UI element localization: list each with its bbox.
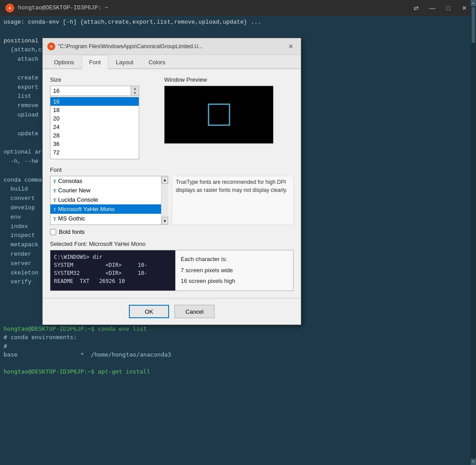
spinner-up-button[interactable]: ▲ xyxy=(131,86,139,91)
terminal-line xyxy=(4,27,472,37)
selected-font-preview-row: C:\WINDOWS> dir SYSTEM <DIR> 10- SYSTEM3… xyxy=(50,250,294,291)
font-list-item-selected[interactable]: T Microsoft YaHei Mono xyxy=(50,204,168,214)
size-list-item[interactable]: 24 xyxy=(50,123,139,131)
font-name: Lucida Console xyxy=(58,196,98,203)
tab-layout[interactable]: Layout xyxy=(108,55,141,69)
terminal-bottom-content: hongtao@DESKTOP-ID3P6JP:~$ conda env lis… xyxy=(0,324,175,376)
font-name: Courier New xyxy=(58,187,90,194)
terminal-title-bar: ● hongtao@DESKTOP-ID3P6JP: ~ ⇄ — □ ✕ xyxy=(0,0,476,16)
font-list-item[interactable]: T Courier New xyxy=(50,186,168,195)
window-preview-section: Window Preview xyxy=(164,76,294,144)
size-list: 16 18 20 24 28 36 72 xyxy=(50,97,139,159)
font-list-scrollbar: ▲ ▼ xyxy=(161,176,168,225)
truetype-icon: T xyxy=(53,188,56,193)
truetype-icon: T xyxy=(53,207,56,212)
font-list-item[interactable]: T MS Gothic xyxy=(50,214,168,223)
preview-line-1: C:\WINDOWS> dir xyxy=(54,253,172,261)
minimize-button[interactable]: — xyxy=(426,2,439,14)
font-dialog: ● "C:\Program Files\WindowsApps\Canonica… xyxy=(42,38,301,325)
terminal-line xyxy=(4,359,171,367)
tab-font[interactable]: Font xyxy=(82,55,108,69)
maximize-button[interactable]: □ xyxy=(442,2,455,14)
terminal-line: usage: conda-env [-h] {attach,create,exp… xyxy=(4,18,472,27)
size-list-item[interactable]: 72 xyxy=(50,148,139,157)
ok-button[interactable]: OK xyxy=(129,305,169,318)
swap-button[interactable]: ⇄ xyxy=(410,2,422,14)
font-scroll-down-button[interactable]: ▼ xyxy=(161,217,168,225)
size-list-item[interactable]: 36 xyxy=(50,140,139,148)
font-section: Font T Consolas T Courier New xyxy=(50,166,294,235)
dialog-ubuntu-icon: ● xyxy=(47,42,55,50)
size-input-wrapper: ▲ ▼ xyxy=(50,86,139,96)
terminal-title: hongtao@DESKTOP-ID3P6JP: ~ xyxy=(18,4,108,12)
preview-line-3: SYSTEM32 <DIR> 10- xyxy=(54,269,172,277)
preview-cursor-box xyxy=(208,104,230,126)
font-name: Consolas xyxy=(58,178,82,184)
terminal-line: base * /home/hongtao/anaconda3 xyxy=(4,350,171,359)
font-list-item[interactable]: T Consolas xyxy=(50,176,168,186)
selected-font-terminal: C:\WINDOWS> dir SYSTEM <DIR> 10- SYSTEM3… xyxy=(50,250,175,291)
scrollbar-track[interactable] xyxy=(471,6,476,459)
terminal-prompt-2: hongtao@DESKTOP-ID3P6JP:~$ apt-get insta… xyxy=(4,367,171,376)
font-name: MS Gothic xyxy=(58,215,85,222)
preview-line-2: SYSTEM <DIR> 10- xyxy=(54,261,172,269)
size-label: Size xyxy=(50,76,157,83)
dialog-body: Size ▲ ▼ 16 18 20 24 28 36 xyxy=(43,69,301,298)
char-info-label: Each character is: xyxy=(181,254,288,265)
size-input[interactable] xyxy=(50,86,131,95)
dialog-title-bar: ● "C:\Program Files\WindowsApps\Canonica… xyxy=(43,38,301,55)
truetype-icon: T xyxy=(53,179,56,184)
dialog-close-button[interactable]: ✕ xyxy=(286,41,296,52)
terminal-line: # xyxy=(4,342,171,351)
scrollbar-thumb[interactable] xyxy=(472,7,475,43)
size-section: Size ▲ ▼ 16 18 20 24 28 36 xyxy=(50,76,157,159)
terminal-line: # conda environments: xyxy=(4,333,171,342)
size-list-wrapper: 16 18 20 24 28 36 72 xyxy=(50,97,139,159)
dialog-footer: OK Cancel xyxy=(43,298,301,324)
scrollbar[interactable]: ▲ ▼ xyxy=(471,0,476,465)
char-width-info: 7 screen pixels wide xyxy=(181,265,288,276)
size-spinner: ▲ ▼ xyxy=(131,86,139,95)
title-bar-controls: ⇄ — □ ✕ xyxy=(410,2,471,14)
font-list-wrapper: T Consolas T Courier New T Lucida Consol… xyxy=(50,176,168,225)
spinner-down-button[interactable]: ▼ xyxy=(131,91,139,96)
window-preview-box xyxy=(164,86,273,144)
size-list-item[interactable]: 18 xyxy=(50,106,139,114)
font-scroll-up-button[interactable]: ▲ xyxy=(161,176,168,184)
selected-font-label: Selected Font: Microsoft YaHei Mono xyxy=(50,241,294,247)
truetype-icon: T xyxy=(53,216,56,221)
size-list-item[interactable]: 28 xyxy=(50,131,139,140)
font-list-item[interactable]: T Lucida Console xyxy=(50,195,168,204)
ubuntu-icon: ● xyxy=(5,4,14,12)
dialog-tabs: Options Font Layout Colors xyxy=(43,55,301,69)
bold-fonts-row: Bold fonts xyxy=(50,228,294,235)
scroll-down-arrow[interactable]: ▼ xyxy=(471,459,476,465)
close-button[interactable]: ✕ xyxy=(458,2,471,14)
size-list-item[interactable]: 16 xyxy=(50,97,139,106)
terminal-prompt-1: hongtao@DESKTOP-ID3P6JP:~$ conda env lis… xyxy=(4,324,171,333)
char-height-info: 16 screen pixels high xyxy=(181,276,288,287)
preview-line-4: README TXT 26926 10 xyxy=(54,277,172,285)
font-label: Font xyxy=(50,166,294,173)
selected-font-info: Each character is: 7 screen pixels wide … xyxy=(175,250,293,291)
font-list-container: T Consolas T Courier New T Lucida Consol… xyxy=(50,176,168,225)
size-list-item[interactable]: 20 xyxy=(50,114,139,123)
font-list: T Consolas T Courier New T Lucida Consol… xyxy=(50,176,168,223)
tab-colors[interactable]: Colors xyxy=(141,55,173,69)
tab-options[interactable]: Options xyxy=(46,55,82,69)
bold-fonts-label: Bold fonts xyxy=(59,228,85,235)
window-preview-label: Window Preview xyxy=(164,76,294,83)
bold-fonts-checkbox[interactable] xyxy=(50,229,56,235)
cancel-button[interactable]: Cancel xyxy=(174,305,215,318)
truetype-icon: T xyxy=(53,197,56,203)
scroll-up-arrow[interactable]: ▲ xyxy=(471,0,476,6)
dialog-title-text: "C:\Program Files\WindowsApps\CanonicalG… xyxy=(58,43,203,50)
font-name: Microsoft YaHei Mono xyxy=(58,206,115,212)
font-scroll-track xyxy=(161,184,168,217)
selected-font-section: Selected Font: Microsoft YaHei Mono C:\W… xyxy=(50,241,294,291)
font-note: TrueType fonts are recommended for high … xyxy=(172,176,294,225)
